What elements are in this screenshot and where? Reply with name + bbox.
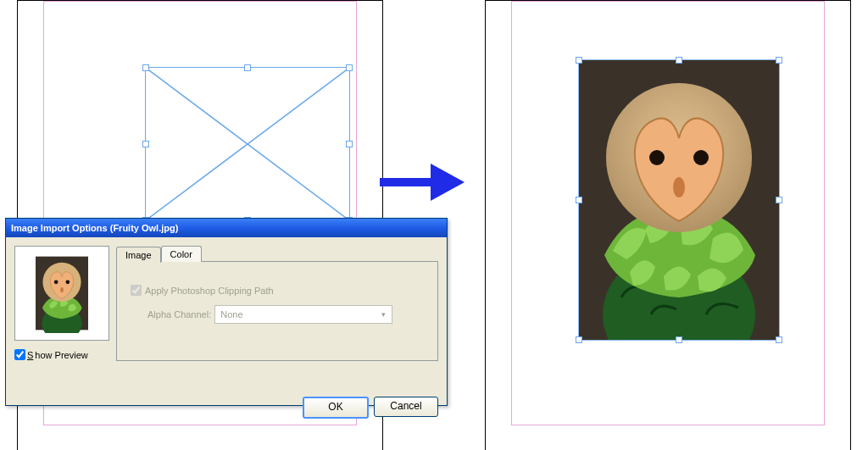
alpha-channel-value: None: [220, 309, 242, 319]
dialog-title: Image Import Options (Fruity Owl.jpg): [6, 219, 447, 237]
apply-clipping-label: Apply Photoshop Clipping Path: [145, 286, 274, 296]
result-page: [485, 0, 851, 450]
alpha-channel-dropdown: None ▾: [214, 305, 392, 324]
apply-clipping-row: Apply Photoshop Clipping Path: [127, 282, 427, 298]
show-preview-checkbox[interactable]: [14, 349, 25, 360]
preview-thumbnail: [14, 246, 109, 341]
arrow-icon: [380, 161, 465, 203]
show-preview-label-rest: how Preview: [35, 350, 87, 360]
tab-image[interactable]: Image: [116, 247, 161, 263]
svg-point-14: [54, 281, 58, 285]
svg-point-15: [65, 281, 70, 285]
show-preview-label-underline-s: S: [27, 350, 33, 360]
svg-point-10: [673, 177, 685, 197]
fruity-owl-image: [579, 60, 779, 340]
tabs: Image Color: [116, 246, 438, 262]
tab-panel-image: Apply Photoshop Clipping Path Alpha Chan…: [116, 261, 438, 361]
alpha-channel-label: Alpha Channel:: [147, 309, 211, 319]
svg-marker-3: [431, 164, 465, 201]
placed-image[interactable]: [579, 60, 779, 340]
chevron-down-icon: ▾: [376, 308, 390, 321]
image-import-options-dialog: Image Import Options (Fruity Owl.jpg): [5, 218, 448, 406]
fruity-owl-thumb: [36, 253, 88, 333]
tab-color[interactable]: Color: [161, 246, 202, 262]
cancel-button[interactable]: Cancel: [374, 397, 438, 417]
svg-point-16: [60, 287, 64, 292]
svg-point-8: [649, 150, 665, 165]
empty-image-frame[interactable]: [145, 67, 350, 221]
show-preview-option[interactable]: Show Preview: [14, 349, 108, 360]
ok-button[interactable]: OK: [303, 397, 369, 419]
apply-clipping-checkbox: [131, 285, 142, 296]
svg-point-9: [693, 150, 709, 165]
alpha-channel-row: Alpha Channel: None ▾: [147, 305, 427, 324]
